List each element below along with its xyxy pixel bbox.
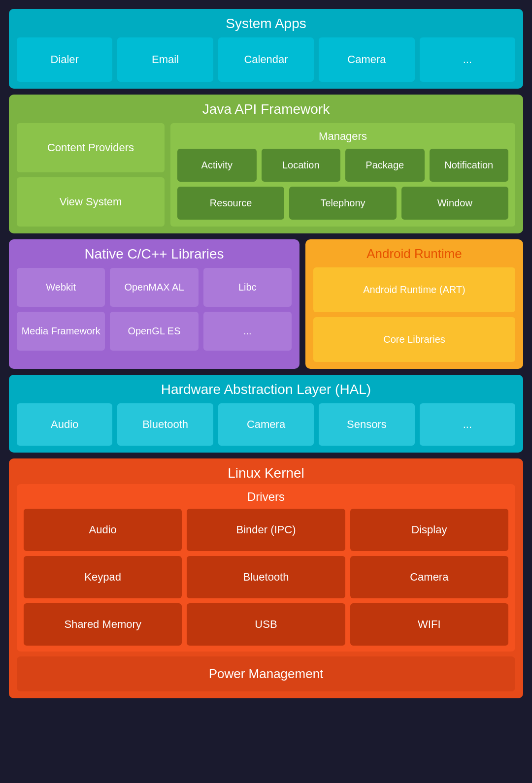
driver-display: Display bbox=[350, 509, 508, 551]
content-providers-box: Content Providers bbox=[17, 123, 165, 172]
managers-title: Managers bbox=[177, 130, 508, 143]
driver-audio: Audio bbox=[24, 509, 182, 551]
app-card-email: Email bbox=[117, 37, 213, 82]
hal-camera: Camera bbox=[218, 403, 314, 446]
native-libs-title: Native C/C++ Libraries bbox=[17, 246, 292, 262]
native-media: Media Framework bbox=[17, 312, 105, 351]
driver-binder: Binder (IPC) bbox=[187, 509, 345, 551]
hal-more: ... bbox=[420, 403, 515, 446]
app-card-camera: Camera bbox=[319, 37, 414, 82]
java-api-content: Content Providers View System Managers A… bbox=[17, 123, 515, 227]
view-system-box: View System bbox=[17, 177, 165, 227]
native-runtime-row: Native C/C++ Libraries Webkit OpenMAX AL… bbox=[9, 239, 523, 369]
manager-location: Location bbox=[262, 149, 341, 182]
native-row-1: Webkit OpenMAX AL Libc bbox=[17, 268, 292, 307]
java-api-left: Content Providers View System bbox=[17, 123, 165, 227]
native-more: ... bbox=[203, 312, 292, 351]
system-apps-layer: System Apps Dialer Email Calendar Camera… bbox=[9, 9, 523, 89]
manager-window: Window bbox=[401, 187, 508, 220]
hal-sensors: Sensors bbox=[319, 403, 414, 446]
driver-keypad: Keypad bbox=[24, 556, 182, 598]
power-management: Power Management bbox=[17, 656, 515, 691]
android-runtime-title: Android Runtime bbox=[313, 246, 515, 261]
managers-row-2: Resource Telephony Window bbox=[177, 187, 508, 220]
linux-kernel-title: Linux Kernel bbox=[17, 465, 515, 481]
native-row-2: Media Framework OpenGL ES ... bbox=[17, 312, 292, 351]
driver-shared-memory: Shared Memory bbox=[24, 603, 182, 646]
managers-grid: Activity Location Package Notification R… bbox=[177, 149, 508, 220]
android-runtime-cards: Android Runtime (ART) Core Libraries bbox=[313, 267, 515, 362]
manager-activity: Activity bbox=[177, 149, 257, 182]
android-runtime-layer: Android Runtime Android Runtime (ART) Co… bbox=[305, 239, 523, 369]
java-api-layer: Java API Framework Content Providers Vie… bbox=[9, 95, 523, 233]
java-api-title: Java API Framework bbox=[17, 101, 515, 117]
manager-telephony: Telephony bbox=[289, 187, 396, 220]
native-grid: Webkit OpenMAX AL Libc Media Framework O… bbox=[17, 268, 292, 351]
drivers-section: Drivers Audio Binder (IPC) Display Keypa… bbox=[17, 484, 515, 652]
drivers-grid: Audio Binder (IPC) Display Keypad Blueto… bbox=[24, 509, 508, 646]
native-libs-layer: Native C/C++ Libraries Webkit OpenMAX AL… bbox=[9, 239, 299, 369]
hal-layer: Hardware Abstraction Layer (HAL) Audio B… bbox=[9, 375, 523, 453]
manager-notification: Notification bbox=[430, 149, 509, 182]
driver-wifi: WIFI bbox=[350, 603, 508, 646]
manager-resource: Resource bbox=[177, 187, 284, 220]
drivers-row-2: Keypad Bluetooth Camera bbox=[24, 556, 508, 598]
system-apps-title: System Apps bbox=[17, 16, 515, 32]
driver-camera: Camera bbox=[350, 556, 508, 598]
app-card-calendar: Calendar bbox=[218, 37, 314, 82]
runtime-art: Android Runtime (ART) bbox=[313, 267, 515, 312]
hal-audio: Audio bbox=[17, 403, 112, 446]
drivers-title: Drivers bbox=[24, 490, 508, 504]
linux-kernel-layer: Linux Kernel Drivers Audio Binder (IPC) … bbox=[9, 458, 523, 698]
native-opengl: OpenGL ES bbox=[110, 312, 198, 351]
managers-row-1: Activity Location Package Notification bbox=[177, 149, 508, 182]
app-card-more: ... bbox=[420, 37, 515, 82]
hal-title: Hardware Abstraction Layer (HAL) bbox=[17, 382, 515, 397]
native-webkit: Webkit bbox=[17, 268, 105, 307]
system-apps-cards: Dialer Email Calendar Camera ... bbox=[17, 37, 515, 82]
hal-cards: Audio Bluetooth Camera Sensors ... bbox=[17, 403, 515, 446]
app-card-dialer: Dialer bbox=[17, 37, 112, 82]
hal-bluetooth: Bluetooth bbox=[117, 403, 213, 446]
driver-usb: USB bbox=[187, 603, 345, 646]
native-libc: Libc bbox=[203, 268, 292, 307]
runtime-core-libs: Core Libraries bbox=[313, 317, 515, 362]
driver-bluetooth: Bluetooth bbox=[187, 556, 345, 598]
java-api-right: Managers Activity Location Package Notif… bbox=[170, 123, 515, 227]
manager-package: Package bbox=[345, 149, 425, 182]
native-openmax: OpenMAX AL bbox=[110, 268, 198, 307]
drivers-row-1: Audio Binder (IPC) Display bbox=[24, 509, 508, 551]
drivers-row-3: Shared Memory USB WIFI bbox=[24, 603, 508, 646]
